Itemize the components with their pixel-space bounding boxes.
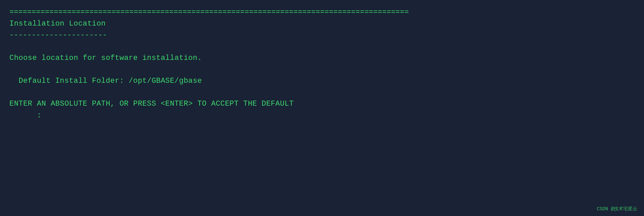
empty-line-3 — [9, 87, 635, 98]
separator-bottom: ---------------------- — [9, 30, 635, 41]
empty-line-1 — [9, 41, 635, 52]
description-line: Choose location for software installatio… — [9, 52, 635, 64]
title-line: Installation Location — [9, 18, 635, 30]
prompt-line: ENTER AN ABSOLUTE PATH, OR PRESS <ENTER>… — [9, 98, 635, 110]
watermark: CSDN @技术宅星云 — [597, 206, 637, 212]
empty-line-2 — [9, 64, 635, 75]
default-folder-line: Default Install Folder: /opt/GBASE/gbase — [9, 75, 635, 87]
terminal-window: ========================================… — [0, 0, 644, 216]
separator-top: ========================================… — [9, 7, 635, 18]
input-prompt-line[interactable]: : — [9, 110, 635, 121]
